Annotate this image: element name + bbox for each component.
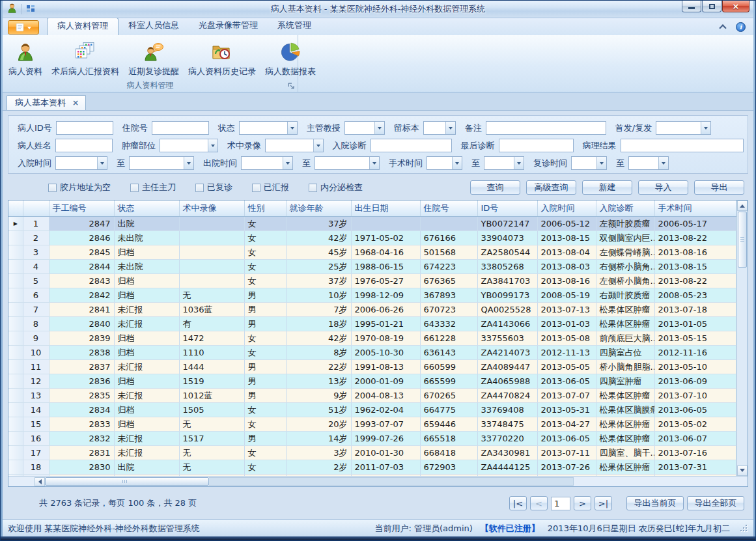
chevron-down-icon[interactable] — [369, 157, 379, 169]
ribbon-tab-3[interactable]: 系统管理 — [268, 18, 321, 35]
chevron-down-icon[interactable] — [208, 139, 217, 152]
chevron-down-icon[interactable] — [283, 157, 292, 169]
first-page-button[interactable]: |< — [509, 496, 527, 510]
table-row[interactable]: 142834归档1505女51岁1962-02-0466477533769408… — [8, 402, 736, 417]
text-input-row1-0[interactable] — [56, 121, 113, 135]
advanced-query-button[interactable]: 高级查询 — [526, 180, 576, 195]
checkbox-icon[interactable] — [48, 184, 57, 192]
vertical-scrollbar[interactable] — [736, 201, 748, 476]
combo-row2-2[interactable] — [265, 139, 324, 152]
chevron-down-icon[interactable] — [514, 157, 524, 169]
chevron-down-icon[interactable] — [313, 139, 323, 152]
column-header-2[interactable]: 术中录像 — [179, 201, 244, 216]
text-input-row1-5[interactable] — [486, 121, 606, 135]
row-selector-cell[interactable] — [8, 417, 23, 431]
scroll-left-button[interactable] — [35, 477, 45, 486]
column-header-0[interactable]: 手工编号 — [49, 201, 114, 216]
table-row[interactable]: 152833归档无女20岁1993-07-0765944633748475201… — [8, 417, 736, 431]
column-header-4[interactable]: 就诊年龄 — [286, 201, 351, 216]
column-header-7[interactable]: ID号 — [477, 201, 537, 216]
postop-report-button[interactable]: 术后病人汇报资料 — [47, 40, 124, 78]
row-selector-cell[interactable] — [8, 345, 23, 359]
table-row[interactable]: 122836归档1519男13岁2000-01-09665599ZA406598… — [8, 374, 736, 388]
row-selector-cell[interactable] — [8, 374, 23, 388]
chevron-down-icon[interactable] — [374, 122, 384, 134]
revisit-reminder-button[interactable]: 近期复诊提醒 — [124, 40, 184, 78]
checkbox-icon[interactable] — [252, 184, 260, 192]
row-selector-cell[interactable] — [8, 460, 23, 474]
filter-checkbox-1[interactable]: 主任主刀 — [130, 182, 176, 193]
table-row[interactable]: 22846未出院女42岁1971-05-02676166339040732013… — [8, 230, 736, 245]
combo-row3-6[interactable] — [571, 156, 607, 170]
column-header-1[interactable]: 状态 — [114, 201, 179, 216]
info-icon[interactable]: i — [736, 22, 746, 32]
row-selector-cell[interactable] — [8, 331, 23, 345]
horizontal-scrollbar[interactable] — [8, 476, 748, 486]
ribbon-tab-0[interactable]: 病人资料管理 — [47, 18, 119, 35]
chevron-down-icon[interactable] — [287, 122, 297, 134]
app-logo-icon[interactable] — [7, 3, 18, 16]
row-selector-cell[interactable] — [8, 302, 23, 316]
table-row[interactable]: 172831未汇报无女3岁2010-01-30668418ZA343098120… — [8, 445, 736, 460]
resize-grip[interactable] — [740, 525, 748, 533]
next-page-button[interactable]: > — [574, 496, 591, 510]
combo-row3-1[interactable] — [129, 156, 194, 170]
data-report-button[interactable]: 病人数据报表 — [260, 40, 320, 78]
combo-row3-3[interactable] — [315, 156, 380, 170]
last-page-button[interactable]: >| — [595, 496, 612, 510]
row-selector-cell[interactable] — [8, 316, 23, 331]
dialog-launcher-icon[interactable] — [288, 82, 295, 92]
text-input-row2-3[interactable] — [371, 139, 452, 152]
table-row[interactable]: 62842归档无男10岁1998-12-09367893YB0099173200… — [8, 288, 736, 302]
row-selector-cell[interactable] — [8, 402, 23, 417]
row-selector-cell[interactable] — [8, 445, 23, 460]
filter-checkbox-2[interactable]: 已复诊 — [195, 182, 232, 193]
table-row[interactable]: 102838归档1110女8岁2005-10-30636143ZA4214073… — [8, 345, 736, 359]
checkbox-icon[interactable] — [309, 184, 317, 192]
ribbon-tab-2[interactable]: 光盘录像带管理 — [189, 18, 268, 35]
combo-row1-3[interactable] — [344, 121, 385, 135]
scroll-down-button[interactable] — [737, 465, 748, 476]
export-button[interactable]: 导出 — [694, 180, 744, 195]
close-button[interactable]: × — [722, 1, 749, 12]
combo-row3-2[interactable] — [241, 156, 293, 170]
chevron-down-icon[interactable] — [97, 157, 107, 169]
row-selector-cell[interactable] — [8, 288, 23, 302]
combo-row1-4[interactable] — [423, 121, 456, 135]
query-button[interactable]: 查询 — [470, 180, 520, 195]
page-number-input[interactable] — [551, 497, 570, 510]
patient-data-button[interactable]: 病人资料 — [4, 40, 47, 78]
table-row[interactable]: 82840未汇报有男18岁1995-01-21643332ZA414306620… — [8, 316, 736, 331]
table-row[interactable]: 32845归档女45岁1968-04-16501568ZA25805442013… — [8, 245, 736, 259]
combo-row3-4[interactable] — [427, 156, 462, 170]
import-button[interactable]: 导入 — [638, 180, 688, 195]
row-selector-cell[interactable] — [8, 230, 23, 245]
table-row[interactable]: 92839归档1472女42岁1970-08-19661228337556032… — [8, 331, 736, 345]
combo-row2-1[interactable] — [160, 139, 218, 152]
layout-grid-icon[interactable] — [26, 4, 35, 15]
filter-checkbox-4[interactable]: 内分泌检查 — [309, 182, 363, 193]
maximize-button[interactable] — [702, 1, 721, 12]
horizontal-scroll-track[interactable] — [209, 477, 574, 486]
text-input-row2-5[interactable] — [621, 139, 744, 152]
column-header-8[interactable]: 入院时间 — [537, 201, 596, 216]
row-selector-cell[interactable] — [8, 245, 23, 259]
row-selector-cell[interactable] — [8, 431, 23, 445]
scroll-up-button[interactable] — [737, 201, 748, 211]
chevron-down-icon[interactable] — [596, 157, 606, 169]
column-header-3[interactable]: 性别 — [244, 201, 286, 216]
minimize-button[interactable] — [682, 1, 701, 12]
app-menu-button[interactable] — [8, 20, 39, 35]
chevron-down-icon[interactable] — [701, 122, 710, 134]
row-selector-cell[interactable] — [8, 273, 23, 288]
combo-row1-6[interactable] — [656, 121, 711, 135]
chevron-down-icon[interactable] — [452, 157, 462, 169]
export-all-pages-button[interactable]: 导出全部页 — [687, 496, 744, 510]
table-row[interactable]: 72841未汇报1036蓝男7岁2006-06-26670723QA002552… — [8, 302, 736, 316]
combo-row3-0[interactable] — [55, 156, 107, 170]
table-row[interactable]: 132835未汇报1012蓝男9岁2004-08-13670265ZA44708… — [8, 388, 736, 402]
tab-close-icon[interactable]: × — [72, 99, 79, 107]
text-input-row2-4[interactable] — [499, 139, 574, 152]
export-current-page-button[interactable]: 导出当前页 — [626, 496, 684, 510]
combo-row1-2[interactable] — [239, 121, 298, 135]
